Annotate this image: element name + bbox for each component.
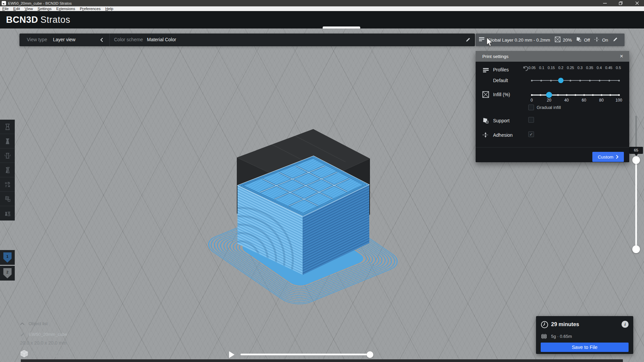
slider-tick-dot[interactable] (618, 94, 620, 96)
print-settings-panel: Print settings × Profiles 0.050.10.150.2… (476, 51, 629, 162)
infill-tick-label: 100 (613, 98, 625, 103)
slider-tick-dot[interactable] (575, 94, 576, 96)
tool-scale-button[interactable] (0, 134, 15, 148)
slider-tick-dot[interactable] (583, 94, 585, 96)
slider-tick-dot[interactable] (589, 80, 591, 81)
custom-settings-button[interactable]: Custom (592, 152, 624, 162)
menu-preferences[interactable]: Preferences (77, 6, 103, 11)
edit-settings-pencil-icon[interactable] (613, 37, 618, 43)
extruder-2-button[interactable]: 2 (0, 266, 15, 281)
chevron-up-icon (20, 322, 24, 325)
view-right-button[interactable] (63, 350, 71, 357)
profile-slider[interactable] (527, 77, 623, 84)
print-mode-icon (4, 210, 11, 217)
save-to-file-button[interactable]: Save to File (541, 343, 629, 352)
menu-edit[interactable]: Edit (11, 6, 22, 11)
minimize-button[interactable] (599, 0, 610, 6)
view-top-button[interactable] (42, 350, 50, 357)
menu-extensions[interactable]: Extensions (54, 6, 77, 11)
restore-button[interactable] (615, 0, 626, 6)
slider-tick-dot[interactable] (566, 94, 568, 96)
slider-tick-dot[interactable] (531, 94, 533, 96)
tool-print-mode-button[interactable] (0, 206, 15, 221)
slider-tick-dot[interactable] (550, 80, 552, 81)
infill-tick-label: 80 (596, 98, 607, 103)
menu-bar: FileEditViewSettingsExtensionsPreference… (0, 6, 644, 11)
slider-tick-dot[interactable] (618, 80, 620, 81)
color-scheme-value[interactable]: Material Color (147, 37, 176, 42)
edit-pencil-icon[interactable] (466, 37, 471, 44)
slider-tick-dot[interactable] (579, 80, 581, 81)
layer-slider-lower-handle[interactable] (632, 245, 640, 253)
slider-tick-dot[interactable] (609, 94, 611, 96)
tool-mirror-button[interactable] (0, 163, 15, 177)
print-settings-summary-bar[interactable]: Global Layer 0.20 mm - 0.2mm 20% Off On (476, 34, 625, 46)
slider-tick-dot[interactable] (531, 80, 533, 81)
divider (109, 34, 110, 46)
adhesion-checkbox[interactable]: ✓ (528, 131, 534, 137)
infill-slider[interactable] (527, 92, 623, 98)
summary-support: Off (584, 38, 590, 43)
simulation-timeline[interactable] (240, 354, 371, 355)
tool-per-model-settings-button[interactable] (0, 177, 15, 192)
infill-label: Infill (%) (493, 92, 510, 97)
object-name-row[interactable]: EW50_20mm_cube (20, 332, 74, 337)
slider-tick-dot[interactable] (557, 94, 559, 96)
menu-file[interactable]: File (0, 6, 11, 11)
view-3d-button[interactable] (20, 350, 28, 357)
menu-settings[interactable]: Settings (35, 6, 54, 11)
panel-close-button[interactable]: × (618, 53, 625, 60)
view-type-bar[interactable]: View type Layer view Color scheme Materi… (19, 34, 475, 46)
chevron-right-icon (616, 155, 619, 159)
support-checkbox[interactable] (528, 117, 534, 123)
application-window: EW50_20mm_cube - BCN3D Stratos FileEditV… (0, 0, 644, 362)
layer-slider-track[interactable] (635, 160, 637, 249)
material-usage: 5g · 0.65m (551, 334, 572, 339)
view-type-value[interactable]: Layer view (53, 37, 75, 42)
profile-tick-label: 0.45 (604, 66, 614, 70)
slider-tick-dot[interactable] (599, 80, 600, 81)
layer-slider-upper-handle[interactable] (632, 156, 640, 164)
profile-tick-label: 0.5 (613, 66, 623, 70)
object-list-toggle[interactable]: Object list (20, 321, 74, 326)
move-icon (4, 123, 11, 130)
menu-view[interactable]: View (22, 6, 35, 11)
extruder-shield-icon: 2 (3, 268, 12, 279)
gradual-infill-label: Gradual infill (537, 105, 561, 110)
slider-tick-dot[interactable] (540, 80, 542, 81)
slider-handle[interactable] (558, 78, 564, 83)
support-label: Support (493, 118, 509, 123)
simulation-timeline-handle[interactable] (367, 351, 373, 358)
view-left-button[interactable] (52, 350, 60, 357)
extruder-1-button[interactable]: 1 (0, 250, 15, 265)
chevron-left-icon[interactable] (100, 38, 103, 44)
play-button[interactable] (228, 351, 235, 360)
view-front-button[interactable] (31, 350, 39, 357)
slider-track[interactable] (532, 80, 619, 81)
slider-tick-dot[interactable] (592, 94, 594, 96)
tool-rotate-button[interactable] (0, 148, 15, 163)
title-bar: EW50_20mm_cube - BCN3D Stratos (0, 0, 644, 6)
profile-tick-label: 0.1 (537, 66, 547, 70)
brand-light: Stratos (41, 15, 70, 25)
slider-tick-dot[interactable] (608, 80, 610, 81)
profile-tick-label: 0.05 (527, 66, 537, 70)
print-settings-header[interactable]: Print settings (476, 51, 629, 62)
view-type-label: View type (27, 37, 47, 42)
profile-tick-label: 0.15 (546, 66, 556, 70)
menu-help[interactable]: Help (103, 6, 116, 11)
slider-tick-dot[interactable] (570, 80, 571, 81)
gradual-infill-checkbox[interactable] (528, 105, 534, 110)
extruder-shield-icon: 1 (3, 252, 12, 263)
slider-tick-dot[interactable] (540, 94, 541, 96)
slider-handle[interactable] (546, 92, 552, 98)
tool-move-button[interactable] (0, 120, 15, 134)
infill-icon (555, 37, 560, 44)
close-button[interactable] (630, 0, 644, 6)
tool-support-blocker-button[interactable] (0, 192, 15, 206)
slider-tick-dot[interactable] (601, 94, 602, 96)
infill-tick-label: 0 (526, 98, 537, 103)
info-icon[interactable]: i (622, 321, 629, 328)
current-layer-badge-tip (635, 154, 638, 156)
infill-icon (482, 91, 489, 99)
